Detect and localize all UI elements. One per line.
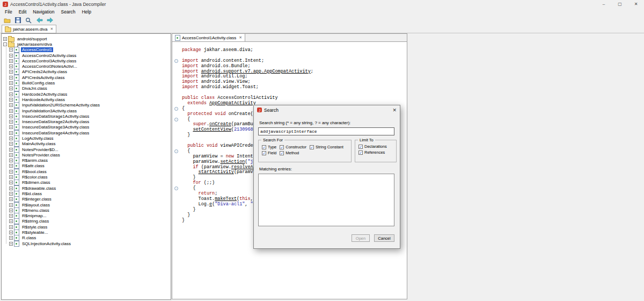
archive-tab[interactable]: jakhar.aseem.diva ✕: [2, 25, 56, 33]
tree-item[interactable]: +NotesProvider$D...: [2, 147, 171, 152]
expand-icon[interactable]: +: [9, 98, 13, 102]
matching-entries-list[interactable]: [258, 174, 394, 226]
forward-icon[interactable]: [45, 16, 55, 24]
code-link[interactable]: startActivity: [199, 169, 234, 175]
tree-item[interactable]: +SQLInjectionActivity.class: [2, 241, 171, 246]
checkbox-field[interactable]: ✓Field: [262, 150, 276, 155]
expand-icon[interactable]: +: [9, 125, 13, 129]
close-icon[interactable]: ✕: [628, 0, 644, 8]
code-link[interactable]: setAction: [220, 159, 245, 164]
expand-icon[interactable]: +: [9, 142, 13, 146]
expand-icon[interactable]: +: [9, 209, 13, 212]
expand-icon[interactable]: +: [9, 153, 13, 157]
expand-icon[interactable]: +: [9, 197, 13, 201]
checkbox-method[interactable]: ✓Method: [280, 150, 299, 155]
expand-icon[interactable]: +: [9, 225, 13, 229]
expand-icon[interactable]: +: [9, 187, 13, 190]
dialog-close-icon[interactable]: ✕: [392, 108, 397, 113]
expand-icon[interactable]: +: [9, 203, 13, 207]
tree-item[interactable]: +android/support: [2, 36, 171, 41]
collapse-icon[interactable]: -: [3, 42, 7, 46]
checkbox-string-constant[interactable]: ✓String Constant: [310, 145, 343, 149]
expand-icon[interactable]: +: [9, 148, 13, 152]
expand-icon[interactable]: +: [9, 64, 13, 68]
tree-item[interactable]: +R$integer.class: [2, 197, 171, 202]
expand-icon[interactable]: +: [9, 54, 13, 58]
expand-icon[interactable]: +: [9, 219, 13, 223]
tab-close-icon[interactable]: ✕: [50, 27, 53, 31]
expand-icon[interactable]: +: [9, 92, 13, 96]
fold-collapse-icon[interactable]: -: [174, 187, 178, 190]
expand-icon[interactable]: +: [9, 181, 13, 184]
tree-item[interactable]: +R$drawable.class: [2, 185, 171, 191]
tree-item[interactable]: +InputValidation2URISchemeActivity.class: [2, 103, 171, 108]
tree-item[interactable]: +R$mipmap...: [2, 213, 171, 219]
expand-icon[interactable]: +: [9, 236, 13, 240]
code-link[interactable]: makeText: [215, 196, 237, 202]
tree-item[interactable]: +BuildConfig.class: [2, 80, 171, 85]
expand-icon[interactable]: +: [9, 48, 13, 52]
expand-icon[interactable]: +: [9, 159, 13, 162]
tree-item[interactable]: +InputValidation3Activity.class: [2, 108, 171, 113]
tree-item[interactable]: +LogActivity.class: [2, 135, 171, 141]
tree-item[interactable]: +R$dimen.class: [2, 180, 171, 185]
expand-icon[interactable]: +: [9, 114, 13, 118]
tree-item[interactable]: -jakhar/aseem/diva: [2, 41, 171, 47]
tree-item[interactable]: +InsecureDataStorage3Activity.class: [2, 125, 171, 130]
tree-item[interactable]: +AccessControl2Activity.class: [2, 53, 171, 58]
tree-item[interactable]: +InsecureDataStorage2Activity.class: [2, 119, 171, 124]
search-icon[interactable]: [24, 16, 33, 24]
tree-item[interactable]: +R$layout.class: [2, 202, 171, 207]
tree-item[interactable]: +R$style.class: [2, 224, 171, 230]
tree-item[interactable]: +R$menu.class: [2, 207, 171, 213]
code-link[interactable]: onCreate: [209, 121, 231, 127]
tree-item[interactable]: +InsecureDataStorage4Activity.class: [2, 130, 171, 135]
expand-icon[interactable]: +: [9, 231, 13, 234]
checkbox-references[interactable]: ✓References: [358, 150, 393, 155]
checkbox-type[interactable]: ✓Type: [262, 145, 276, 149]
expand-icon[interactable]: +: [9, 70, 13, 74]
tab-close-icon[interactable]: ✕: [239, 35, 242, 40]
tree-item[interactable]: +APICredsActivity.class: [2, 75, 171, 80]
tree-item[interactable]: +AccessControl1: [2, 47, 171, 53]
tree-item[interactable]: +NotesProvider.class: [2, 152, 171, 157]
expand-icon[interactable]: +: [9, 192, 13, 196]
tree-item[interactable]: +AccessControl3NotesActivi...: [2, 63, 171, 69]
open-button[interactable]: Open: [352, 234, 370, 242]
code-link[interactable]: setContentView: [193, 127, 231, 132]
tree-item[interactable]: +HardcodeActivity.class: [2, 97, 171, 102]
fold-collapse-icon[interactable]: -: [174, 118, 178, 121]
code-link[interactable]: android.support.v7.app.AppCompatActivity: [201, 69, 311, 74]
expand-icon[interactable]: +: [9, 175, 13, 179]
expand-icon[interactable]: +: [9, 137, 13, 140]
tree-item[interactable]: +R$attr.class: [2, 163, 171, 169]
menu-help[interactable]: Help: [78, 8, 94, 16]
tree-item[interactable]: +MainActivity.class: [2, 141, 171, 147]
tree-item[interactable]: +R$bool.class: [2, 169, 171, 174]
expand-icon[interactable]: +: [9, 109, 13, 113]
menu-navigation[interactable]: Navigation: [30, 8, 57, 16]
expand-icon[interactable]: +: [9, 164, 13, 168]
tree-item[interactable]: +R$string.class: [2, 219, 171, 224]
tree-item[interactable]: +R$styleable...: [2, 230, 171, 235]
save-icon[interactable]: [13, 16, 23, 24]
expand-icon[interactable]: +: [9, 214, 13, 218]
open-file-icon[interactable]: [2, 16, 12, 24]
expand-icon[interactable]: +: [9, 120, 13, 124]
expand-icon[interactable]: +: [9, 76, 13, 80]
minimize-icon[interactable]: –: [596, 0, 612, 8]
search-input[interactable]: [258, 127, 394, 135]
expand-icon[interactable]: +: [9, 242, 13, 246]
tree-item[interactable]: +AccessControl3Activity.class: [2, 58, 171, 63]
tree-item[interactable]: +R$color.class: [2, 174, 171, 180]
fold-collapse-icon[interactable]: -: [174, 149, 178, 153]
expand-icon[interactable]: +: [9, 131, 13, 135]
editor-tab[interactable]: AccessControl1Activity.class ✕: [172, 34, 245, 41]
tree-item[interactable]: +R$anim.class: [2, 158, 171, 163]
menu-file[interactable]: File: [2, 8, 16, 16]
expand-icon[interactable]: +: [9, 103, 13, 107]
fold-collapse-icon[interactable]: -: [174, 59, 178, 63]
code-link[interactable]: AppCompatActivity: [209, 101, 256, 106]
menu-edit[interactable]: Edit: [16, 8, 30, 16]
checkbox-constructor[interactable]: ✓Constructor: [280, 145, 306, 149]
